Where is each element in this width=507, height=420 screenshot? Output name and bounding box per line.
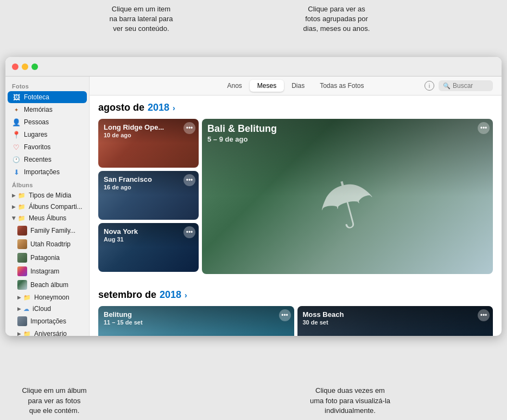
sidebar-group-honeymoon[interactable]: ▶ 📁 Honeymoon bbox=[8, 292, 87, 303]
more-button-mb[interactable]: ••• bbox=[478, 309, 490, 321]
folder-shared-icon: 📁 bbox=[18, 203, 26, 211]
photo-bali[interactable]: Bali & Belitung 5 – 9 de ago ••• bbox=[202, 119, 493, 274]
search-input[interactable] bbox=[453, 82, 491, 90]
sidebar-item-utah[interactable]: Utah Roadtrip bbox=[8, 238, 87, 251]
sidebar-item-lugares[interactable]: 📍 Lugares bbox=[8, 129, 87, 141]
nav-tabs: Anos Meses Dias Todas as Fotos bbox=[219, 80, 371, 92]
title-bar bbox=[5, 57, 502, 77]
sidebar-label-family: Family Family... bbox=[30, 227, 75, 234]
sidebar-label-utah: Utah Roadtrip bbox=[30, 240, 71, 248]
fototeca-icon: 🖼 bbox=[12, 93, 21, 101]
more-button-sf[interactable]: ••• bbox=[183, 174, 195, 186]
sidebar-group-meus-albuns[interactable]: ▶ 📁 Meus Álbuns bbox=[8, 213, 87, 224]
sidebar-item-family[interactable]: Family Family... bbox=[8, 224, 87, 237]
maximize-button[interactable] bbox=[31, 63, 38, 70]
sidebar-item-instagram[interactable]: Instagram bbox=[8, 265, 87, 278]
photo-nova-york[interactable]: Nova York Aug 31 ••• bbox=[98, 223, 199, 272]
sidebar-label-importacoes2: Importações bbox=[30, 317, 66, 325]
folder-honeymoon-icon: 📁 bbox=[23, 294, 31, 301]
annotation-top-right: Clique para ver as fotos agrupadas por d… bbox=[282, 0, 391, 39]
sidebar-group-tipos-midia[interactable]: ▶ 📁 Tipos de Mídia bbox=[8, 190, 87, 201]
sidebar-label-aniversario: Aniversário bbox=[34, 330, 67, 336]
photo-moss-beach[interactable]: Moss Beach 30 de set ••• bbox=[297, 306, 493, 336]
sidebar-item-recentes[interactable]: 🕐 Recentes bbox=[8, 154, 87, 166]
sidebar-label-honeymoon: Honeymoon bbox=[34, 294, 69, 301]
sidebar-label-favoritos: Favoritos bbox=[24, 143, 50, 151]
photo-belitung[interactable]: Belitung 11 – 15 de set ••• bbox=[98, 306, 294, 336]
month-label-agosto: agosto de bbox=[98, 102, 144, 113]
group-label-compartilhados: Álbuns Comparti... bbox=[29, 203, 83, 211]
folder-meus-icon: 📁 bbox=[18, 215, 26, 222]
sidebar-label-instagram: Instagram bbox=[30, 268, 59, 275]
tab-anos[interactable]: Anos bbox=[219, 80, 249, 92]
group-label-meus-albuns: Meus Álbuns bbox=[29, 214, 66, 222]
sidebar-label-pessoas: Pessoas bbox=[24, 118, 49, 126]
chevron-right-aniversario: ▶ bbox=[17, 331, 21, 336]
photo-long-ridge[interactable]: Long Ridge Ope... 10 de ago ••• bbox=[98, 119, 199, 168]
sidebar-label-recentes: Recentes bbox=[24, 156, 52, 163]
folder-icon: 📁 bbox=[18, 192, 26, 199]
sidebar-item-fototeca[interactable]: 🖼 Fototeca bbox=[8, 91, 87, 103]
small-grid-agosto: Long Ridge Ope... 10 de ago ••• San Fran… bbox=[98, 119, 199, 272]
favoritos-icon: ♡ bbox=[12, 143, 21, 151]
month-chevron-agosto[interactable]: › bbox=[173, 104, 175, 112]
sidebar-label-beach: Beach álbum bbox=[30, 281, 68, 289]
family-thumb bbox=[17, 226, 27, 236]
more-button-long-ridge[interactable]: ••• bbox=[183, 122, 195, 134]
photo-san-francisco[interactable]: San Francisco 16 de ago ••• bbox=[98, 171, 199, 220]
month-chevron-setembro[interactable]: › bbox=[185, 291, 187, 300]
nav-right: i 🔍 bbox=[424, 80, 493, 91]
patagonia-thumb bbox=[17, 253, 27, 263]
sidebar-group-aniversario[interactable]: ▶ 📁 Aniversário bbox=[8, 328, 87, 336]
instagram-thumb bbox=[17, 266, 27, 276]
photo-label-belitung: Belitung 11 – 15 de set bbox=[104, 310, 143, 326]
recentes-icon: 🕐 bbox=[12, 155, 21, 164]
photo-label-mb: Moss Beach 30 de set bbox=[303, 310, 344, 326]
close-button[interactable] bbox=[12, 63, 18, 70]
sidebar-item-importacoes2[interactable]: Importações bbox=[8, 315, 87, 328]
search-box[interactable]: 🔍 bbox=[439, 80, 493, 91]
chevron-right-icon-2: ▶ bbox=[12, 204, 16, 209]
tab-todas[interactable]: Todas as Fotos bbox=[312, 80, 371, 92]
sidebar-item-patagonia[interactable]: Patagonia bbox=[8, 251, 87, 264]
tab-dias[interactable]: Dias bbox=[284, 80, 312, 92]
sidebar-label-patagonia: Patagonia bbox=[30, 254, 60, 262]
more-button-bali[interactable]: ••• bbox=[478, 122, 490, 134]
tab-meses[interactable]: Meses bbox=[250, 80, 284, 92]
sidebar-label-fototeca: Fototeca bbox=[24, 93, 49, 101]
folder-aniversario-icon: 📁 bbox=[23, 330, 31, 336]
traffic-lights bbox=[12, 63, 38, 70]
sidebar-group-icloud[interactable]: ▶ ☁ iCloud bbox=[8, 303, 87, 314]
app-window: Fotos 🖼 Fototeca ✦ Memórias 👤 Pessoas 📍 … bbox=[5, 57, 502, 336]
sidebar-item-importacoes[interactable]: ⬇ Importações bbox=[8, 166, 87, 178]
sidebar-item-beach[interactable]: Beach álbum bbox=[8, 278, 87, 291]
annotation-bottom-left: Clique em um álbum para ver as fotos que… bbox=[0, 381, 109, 420]
month-header-setembro: setembro de 2018 › bbox=[98, 289, 493, 301]
photo-label-bali: Bali & Belitung 5 – 9 de ago bbox=[207, 123, 277, 143]
annotation-top-left: Clique em um item na barra lateral para … bbox=[87, 0, 195, 39]
sidebar-item-favoritos[interactable]: ♡ Favoritos bbox=[8, 141, 87, 153]
search-icon: 🔍 bbox=[443, 82, 451, 90]
importacoes-icon: ⬇ bbox=[12, 168, 21, 176]
importacoes2-thumb bbox=[17, 316, 27, 326]
utah-thumb bbox=[17, 239, 27, 249]
main-content: Anos Meses Dias Todas as Fotos i 🔍 bbox=[90, 77, 502, 336]
sidebar: Fotos 🖼 Fototeca ✦ Memórias 👤 Pessoas 📍 … bbox=[5, 77, 90, 336]
more-button-belitung[interactable]: ••• bbox=[279, 309, 291, 321]
info-button[interactable]: i bbox=[424, 81, 434, 91]
sidebar-label-importacoes: Importações bbox=[24, 168, 60, 176]
year-label-2018: 2018 bbox=[148, 102, 169, 113]
minimize-button[interactable] bbox=[22, 63, 28, 70]
sidebar-item-memorias[interactable]: ✦ Memórias bbox=[8, 104, 87, 116]
nav-bar: Anos Meses Dias Todas as Fotos i 🔍 bbox=[90, 77, 502, 96]
group-label-tipos-midia: Tipos de Mídia bbox=[29, 192, 71, 199]
section-agosto-2018: agosto de 2018 › Long Ridge Ope... 10 de bbox=[98, 102, 493, 278]
more-button-ny[interactable]: ••• bbox=[183, 226, 195, 238]
photos-scroll[interactable]: agosto de 2018 › Long Ridge Ope... 10 de bbox=[90, 96, 502, 336]
photo-label-sf: San Francisco 16 de ago bbox=[104, 175, 152, 190]
sidebar-group-albuns-compartilhados[interactable]: ▶ 📁 Álbuns Comparti... bbox=[8, 201, 87, 212]
pessoas-icon: 👤 bbox=[12, 118, 21, 126]
section-fotos-label: Fotos bbox=[5, 80, 89, 91]
chevron-right-icon: ▶ bbox=[12, 193, 16, 198]
sidebar-item-pessoas[interactable]: 👤 Pessoas bbox=[8, 116, 87, 128]
